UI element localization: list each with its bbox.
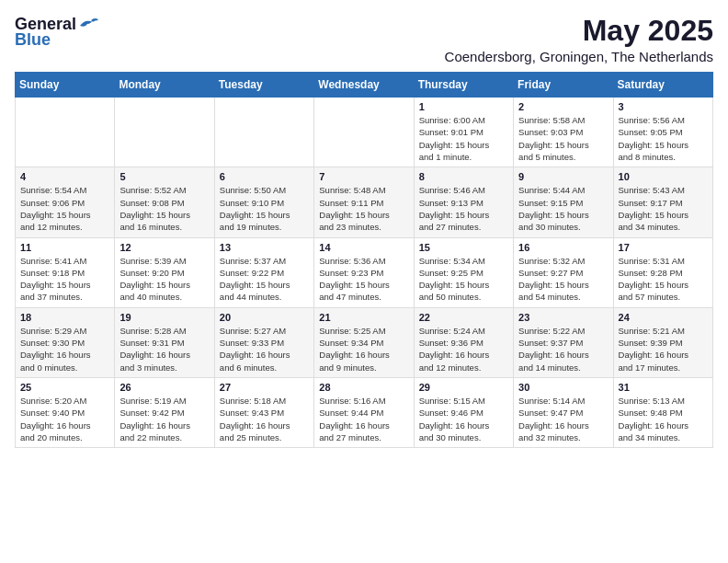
day-detail: Sunrise: 5:58 AMSunset: 9:03 PMDaylight:… [518, 114, 608, 163]
day-number: 28 [319, 382, 408, 393]
weekday-header-friday: Friday [514, 73, 613, 98]
day-detail: Sunrise: 5:29 AMSunset: 9:30 PMDaylight:… [20, 325, 109, 373]
calendar-cell: 5Sunrise: 5:52 AMSunset: 9:08 PMDaylight… [115, 167, 214, 237]
day-number: 30 [518, 382, 608, 393]
day-detail: Sunrise: 5:20 AMSunset: 9:40 PMDaylight:… [20, 395, 109, 443]
day-detail: Sunrise: 5:14 AMSunset: 9:47 PMDaylight:… [518, 395, 608, 443]
day-detail: Sunrise: 5:19 AMSunset: 9:42 PMDaylight:… [119, 395, 209, 443]
day-detail: Sunrise: 5:44 AMSunset: 9:15 PMDaylight:… [518, 184, 608, 233]
day-number: 11 [20, 242, 109, 253]
day-detail: Sunrise: 5:15 AMSunset: 9:46 PMDaylight:… [419, 395, 508, 443]
day-detail: Sunrise: 5:31 AMSunset: 9:28 PMDaylight:… [619, 255, 708, 304]
calendar-cell: 1Sunrise: 6:00 AMSunset: 9:01 PMDaylight… [414, 98, 513, 167]
day-number: 31 [619, 382, 708, 393]
day-number: 23 [518, 312, 608, 323]
day-detail: Sunrise: 5:25 AMSunset: 9:34 PMDaylight:… [319, 325, 408, 373]
weekday-header-monday: Monday [115, 73, 214, 98]
calendar-cell: 11Sunrise: 5:41 AMSunset: 9:18 PMDayligh… [16, 237, 115, 307]
calendar-cell: 6Sunrise: 5:50 AMSunset: 9:10 PMDaylight… [214, 167, 313, 237]
day-detail: Sunrise: 5:22 AMSunset: 9:37 PMDaylight:… [518, 325, 608, 373]
month-title: May 2025 [445, 15, 713, 47]
day-detail: Sunrise: 5:46 AMSunset: 9:13 PMDaylight:… [419, 184, 508, 233]
calendar-cell [214, 98, 313, 167]
calendar-cell: 12Sunrise: 5:39 AMSunset: 9:20 PMDayligh… [115, 237, 214, 307]
day-detail: Sunrise: 5:21 AMSunset: 9:39 PMDaylight:… [619, 325, 708, 373]
day-detail: Sunrise: 5:50 AMSunset: 9:10 PMDaylight:… [220, 184, 309, 233]
day-detail: Sunrise: 5:48 AMSunset: 9:11 PMDaylight:… [319, 184, 408, 233]
calendar-cell: 8Sunrise: 5:46 AMSunset: 9:13 PMDaylight… [414, 167, 513, 237]
day-number: 25 [20, 382, 109, 393]
day-detail: Sunrise: 5:54 AMSunset: 9:06 PMDaylight:… [20, 184, 109, 233]
weekday-header-saturday: Saturday [613, 73, 712, 98]
calendar-cell: 17Sunrise: 5:31 AMSunset: 9:28 PMDayligh… [613, 237, 712, 307]
day-detail: Sunrise: 5:28 AMSunset: 9:31 PMDaylight:… [119, 325, 209, 373]
weekday-header-sunday: Sunday [16, 73, 115, 98]
day-number: 27 [220, 382, 309, 393]
day-detail: Sunrise: 5:16 AMSunset: 9:44 PMDaylight:… [319, 395, 408, 443]
weekday-header-row: SundayMondayTuesdayWednesdayThursdayFrid… [16, 73, 713, 98]
calendar-cell: 4Sunrise: 5:54 AMSunset: 9:06 PMDaylight… [16, 167, 115, 237]
day-detail: Sunrise: 5:24 AMSunset: 9:36 PMDaylight:… [419, 325, 508, 373]
day-detail: Sunrise: 5:52 AMSunset: 9:08 PMDaylight:… [119, 184, 209, 233]
day-number: 5 [119, 171, 209, 182]
day-number: 26 [119, 382, 209, 393]
calendar-cell: 24Sunrise: 5:21 AMSunset: 9:39 PMDayligh… [613, 307, 712, 377]
calendar-week-row: 18Sunrise: 5:29 AMSunset: 9:30 PMDayligh… [16, 307, 713, 377]
day-number: 12 [119, 242, 209, 253]
day-number: 17 [619, 242, 708, 253]
weekday-header-wednesday: Wednesday [314, 73, 414, 98]
weekday-header-thursday: Thursday [414, 73, 513, 98]
day-detail: Sunrise: 5:27 AMSunset: 9:33 PMDaylight:… [220, 325, 309, 373]
day-number: 7 [319, 171, 408, 182]
calendar-week-row: 25Sunrise: 5:20 AMSunset: 9:40 PMDayligh… [16, 377, 713, 447]
calendar-cell: 23Sunrise: 5:22 AMSunset: 9:37 PMDayligh… [514, 307, 613, 377]
calendar-cell: 25Sunrise: 5:20 AMSunset: 9:40 PMDayligh… [16, 377, 115, 447]
calendar-cell: 18Sunrise: 5:29 AMSunset: 9:30 PMDayligh… [16, 307, 115, 377]
day-detail: Sunrise: 5:13 AMSunset: 9:48 PMDaylight:… [619, 395, 708, 443]
day-number: 13 [220, 242, 309, 253]
day-detail: Sunrise: 5:37 AMSunset: 9:22 PMDaylight:… [220, 255, 309, 304]
calendar-cell: 19Sunrise: 5:28 AMSunset: 9:31 PMDayligh… [115, 307, 214, 377]
calendar-cell: 2Sunrise: 5:58 AMSunset: 9:03 PMDaylight… [514, 98, 613, 167]
day-detail: Sunrise: 5:36 AMSunset: 9:23 PMDaylight:… [319, 255, 408, 304]
calendar-cell: 16Sunrise: 5:32 AMSunset: 9:27 PMDayligh… [514, 237, 613, 307]
calendar-week-row: 11Sunrise: 5:41 AMSunset: 9:18 PMDayligh… [16, 237, 713, 307]
day-number: 1 [419, 101, 508, 112]
calendar-cell: 22Sunrise: 5:24 AMSunset: 9:36 PMDayligh… [414, 307, 513, 377]
calendar-cell: 28Sunrise: 5:16 AMSunset: 9:44 PMDayligh… [314, 377, 414, 447]
calendar-cell [115, 98, 214, 167]
weekday-header-tuesday: Tuesday [214, 73, 313, 98]
day-detail: Sunrise: 5:39 AMSunset: 9:20 PMDaylight:… [119, 255, 209, 304]
day-detail: Sunrise: 5:43 AMSunset: 9:17 PMDaylight:… [619, 184, 708, 233]
calendar-cell: 29Sunrise: 5:15 AMSunset: 9:46 PMDayligh… [414, 377, 513, 447]
logo: General Blue [15, 15, 98, 50]
calendar-week-row: 4Sunrise: 5:54 AMSunset: 9:06 PMDaylight… [16, 167, 713, 237]
day-number: 24 [619, 312, 708, 323]
day-detail: Sunrise: 5:18 AMSunset: 9:43 PMDaylight:… [220, 395, 309, 443]
calendar-cell: 20Sunrise: 5:27 AMSunset: 9:33 PMDayligh… [214, 307, 313, 377]
day-number: 18 [20, 312, 109, 323]
calendar-cell: 7Sunrise: 5:48 AMSunset: 9:11 PMDaylight… [314, 167, 414, 237]
day-number: 8 [419, 171, 508, 182]
calendar-cell: 15Sunrise: 5:34 AMSunset: 9:25 PMDayligh… [414, 237, 513, 307]
day-number: 20 [220, 312, 309, 323]
calendar-cell: 10Sunrise: 5:43 AMSunset: 9:17 PMDayligh… [613, 167, 712, 237]
day-number: 21 [319, 312, 408, 323]
title-block: May 2025 Coendersborg, Groningen, The Ne… [445, 15, 713, 64]
day-number: 2 [518, 101, 608, 112]
day-detail: Sunrise: 5:56 AMSunset: 9:05 PMDaylight:… [619, 114, 708, 163]
location-title: Coendersborg, Groningen, The Netherlands [445, 49, 713, 64]
calendar-table: SundayMondayTuesdayWednesdayThursdayFrid… [15, 72, 713, 448]
day-detail: Sunrise: 5:41 AMSunset: 9:18 PMDaylight:… [20, 255, 109, 304]
calendar-cell: 26Sunrise: 5:19 AMSunset: 9:42 PMDayligh… [115, 377, 214, 447]
logo-bird-icon [78, 17, 98, 33]
day-number: 16 [518, 242, 608, 253]
calendar-cell: 27Sunrise: 5:18 AMSunset: 9:43 PMDayligh… [214, 377, 313, 447]
day-detail: Sunrise: 6:00 AMSunset: 9:01 PMDaylight:… [419, 114, 508, 163]
day-number: 9 [518, 171, 608, 182]
calendar-cell: 13Sunrise: 5:37 AMSunset: 9:22 PMDayligh… [214, 237, 313, 307]
day-number: 10 [619, 171, 708, 182]
day-number: 29 [419, 382, 508, 393]
page-header: General Blue May 2025 Coendersborg, Gron… [15, 15, 713, 64]
calendar-week-row: 1Sunrise: 6:00 AMSunset: 9:01 PMDaylight… [16, 98, 713, 167]
